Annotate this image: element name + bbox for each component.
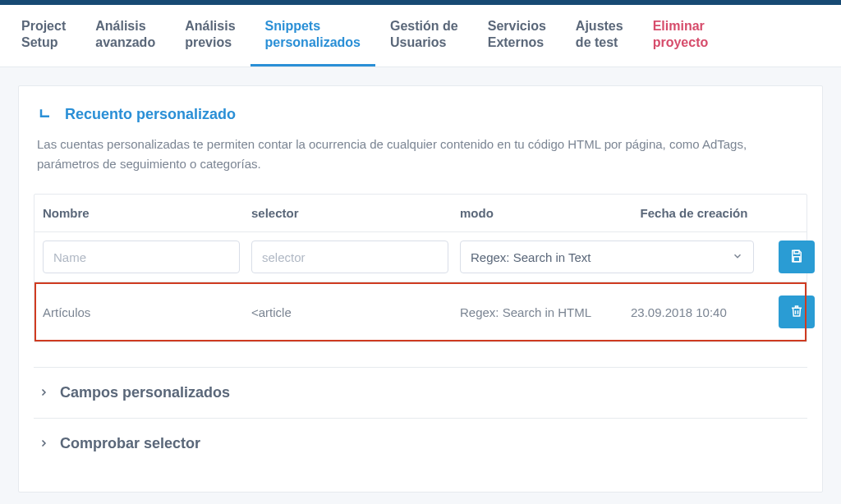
- section-header-recuento[interactable]: Recuento personalizado: [34, 106, 807, 123]
- th-mode: modo: [460, 206, 631, 220]
- name-input[interactable]: [43, 241, 240, 273]
- delete-button[interactable]: [779, 296, 815, 328]
- save-icon: [789, 249, 804, 266]
- section-title: Recuento personalizado: [65, 106, 236, 123]
- save-button[interactable]: [779, 241, 815, 273]
- cell-name: Artículos: [43, 305, 251, 319]
- chevron-right-icon: [39, 386, 48, 401]
- tabs-bar: Project Setup Análisis avanzado Análisis…: [0, 5, 841, 67]
- tab-analisis-previos[interactable]: Análisis previos: [170, 5, 250, 66]
- tab-project-setup[interactable]: Project Setup: [7, 5, 80, 66]
- th-date: Fecha de creación: [631, 206, 765, 220]
- custom-counts-table: Nombre selector modo Fecha de creación R…: [34, 194, 807, 342]
- trash-icon: [789, 304, 804, 321]
- main-panel: Recuento personalizado Las cuentas perso…: [18, 85, 823, 493]
- tab-analisis-avanzado[interactable]: Análisis avanzado: [80, 5, 170, 66]
- cell-mode: Regex: Search in HTML: [460, 305, 631, 319]
- selector-input[interactable]: [251, 241, 448, 273]
- cell-selector: <article: [251, 305, 460, 319]
- tab-servicios-externos[interactable]: Servicios Externos: [473, 5, 561, 66]
- table-row: Artículos <article Regex: Search in HTML…: [34, 282, 807, 341]
- chevron-right-icon: [39, 437, 48, 451]
- table-header-row: Nombre selector modo Fecha de creación: [34, 195, 807, 232]
- mode-select[interactable]: Regex: Search in Text: [460, 241, 754, 273]
- chevron-down-icon: [732, 250, 743, 264]
- tab-gestion-usuarios[interactable]: Gestión de Usuarios: [375, 5, 473, 66]
- tab-snippets-personalizados[interactable]: Snippets personalizados: [250, 5, 375, 66]
- accordion-label: Campos personalizados: [60, 384, 230, 401]
- accordion-label: Comprobar selector: [60, 435, 200, 452]
- tab-ajustes-test[interactable]: Ajustes de test: [561, 5, 638, 66]
- mode-select-value: Regex: Search in Text: [471, 250, 591, 264]
- table-input-row: Regex: Search in Text: [34, 232, 807, 282]
- arrow-down-right-icon: [37, 107, 53, 123]
- th-selector: selector: [251, 206, 460, 220]
- svg-rect-1: [793, 256, 800, 261]
- svg-rect-0: [794, 250, 799, 254]
- accordion-campos-personalizados[interactable]: Campos personalizados: [34, 368, 807, 419]
- accordion-list: Campos personalizados Comprobar selector: [34, 367, 807, 469]
- cell-date: 23.09.2018 10:40: [631, 305, 765, 319]
- accordion-comprobar-selector[interactable]: Comprobar selector: [34, 419, 807, 469]
- th-name: Nombre: [43, 206, 251, 220]
- section-description: Las cuentas personalizadas te permiten c…: [34, 135, 807, 174]
- tab-eliminar-proyecto[interactable]: Eliminar proyecto: [638, 5, 724, 66]
